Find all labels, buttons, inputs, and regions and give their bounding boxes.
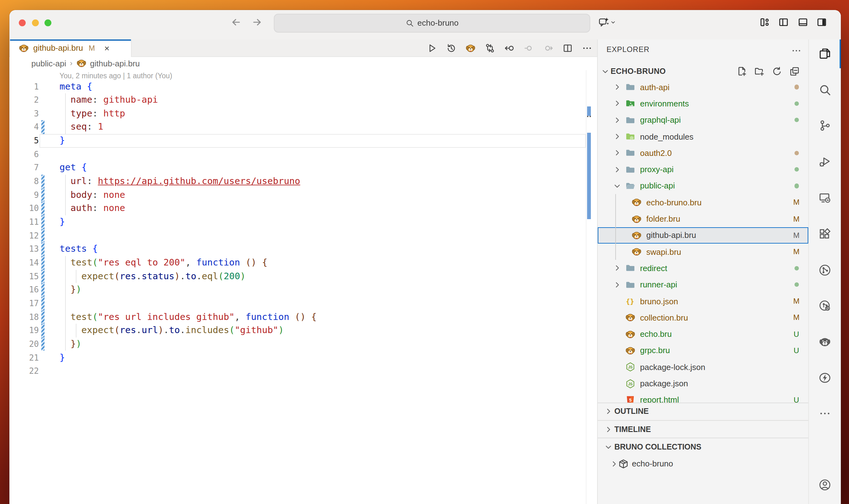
chevron-right-icon[interactable] (609, 460, 618, 468)
chevron-right-icon[interactable] (612, 131, 621, 142)
traffic-zoom-button[interactable] (45, 19, 51, 26)
code-editor[interactable]: You, 2 minutes ago | 1 author (You) 1met… (10, 70, 597, 504)
git-modified-gutter-mark[interactable] (41, 338, 45, 351)
activity-run-and-debug-button[interactable] (809, 147, 841, 176)
git-modified-gutter-mark[interactable] (41, 242, 45, 256)
breadcrumb-file[interactable]: github-api.bru (90, 58, 140, 68)
new-folder-button[interactable] (755, 66, 764, 76)
git-modified-gutter-mark[interactable] (41, 297, 45, 310)
code-line-1[interactable]: 1meta { (10, 80, 597, 93)
run-button[interactable] (427, 43, 436, 53)
git-modified-gutter-mark[interactable] (41, 202, 45, 215)
code-line-21[interactable]: 21} (10, 351, 597, 364)
tree-item-folder.bru[interactable]: folder.bruM (597, 211, 808, 227)
chevron-right-icon[interactable] (612, 263, 621, 273)
tree-item-report.html[interactable]: 5report.htmlU (597, 392, 808, 402)
toggle-secondary-sidebar-icon[interactable] (816, 17, 827, 28)
tree-item-grpc.bru[interactable]: grpc.bruU (597, 342, 808, 359)
tree-item-package-lock.json[interactable]: JSpackage-lock.json (597, 359, 808, 375)
new-file-button[interactable] (737, 66, 747, 76)
code-line-16[interactable]: 16 }) (10, 283, 597, 297)
activity-remote-explorer-button[interactable] (809, 183, 841, 212)
traffic-minimize-button[interactable] (32, 19, 38, 26)
pane-header-bruno-collections[interactable]: BRUNO COLLECTIONS (597, 438, 808, 456)
code-line-9[interactable]: 9 body: none (10, 188, 597, 202)
code-line-22[interactable]: 22 (10, 364, 597, 378)
activity-commit-graph-button[interactable] (809, 256, 841, 285)
tab-github-api[interactable]: github-api.bru M × (10, 39, 132, 57)
code-line-8[interactable]: 8 url: https://api.github.com/users/useb… (10, 175, 597, 188)
activity-bruno-button[interactable] (809, 327, 841, 356)
code-line-18[interactable]: 18 test("res url includes github", funct… (10, 310, 597, 324)
code-line-2[interactable]: 2 name: github-api (10, 93, 597, 107)
git-modified-gutter-mark[interactable] (41, 229, 45, 242)
activity-accounts-button[interactable] (809, 470, 841, 499)
activity-search-button[interactable] (809, 75, 841, 104)
toggle-primary-sidebar-icon[interactable] (778, 17, 789, 28)
chevron-down-icon[interactable] (612, 181, 621, 191)
git-modified-gutter-mark[interactable] (41, 256, 45, 270)
git-modified-gutter-mark[interactable] (41, 175, 45, 188)
code-line-10[interactable]: 10 auth: none (10, 202, 597, 215)
nav-forward-button[interactable] (252, 17, 262, 28)
tree-item-echo.bru[interactable]: echo.bruU (597, 326, 808, 342)
activity-explorer-button[interactable] (809, 39, 841, 68)
breadcrumb-folder[interactable]: public-api (31, 58, 66, 68)
code-line-3[interactable]: 3 type: http (10, 107, 597, 121)
bruno-icon[interactable] (465, 43, 475, 53)
explorer-more-actions-button[interactable] (791, 46, 801, 55)
activity-source-control-button[interactable] (809, 111, 841, 140)
tree-item-proxy-api[interactable]: proxy-api (597, 161, 808, 178)
customize-layout-icon[interactable] (759, 17, 770, 28)
chevron-right-icon[interactable] (612, 164, 621, 174)
code-line-17[interactable]: 17 (10, 297, 597, 310)
tree-item-redirect[interactable]: redirect (597, 260, 808, 277)
tree-item-auth-api[interactable]: auth-api (597, 79, 808, 95)
code-line-20[interactable]: 20 }) (10, 338, 597, 351)
activity-additional-views-button[interactable] (809, 399, 841, 428)
code-line-13[interactable]: 13tests { (10, 242, 597, 256)
activity-thunder-client-button[interactable] (809, 363, 841, 392)
collapse-folders-button[interactable] (790, 66, 799, 76)
code-line-7[interactable]: 7get { (10, 161, 597, 175)
git-modified-gutter-mark[interactable] (41, 188, 45, 202)
git-modified-gutter-mark[interactable] (41, 283, 45, 297)
code-line-15[interactable]: 15 expect(res.status).to.eql(200) (10, 270, 597, 283)
code-line-6[interactable]: 6 (10, 148, 597, 161)
chevron-right-icon[interactable] (612, 82, 621, 92)
tree-item-swapi.bru[interactable]: swapi.bruM (597, 244, 808, 260)
tree-item-public-api[interactable]: public-api (597, 178, 808, 194)
chevron-right-icon[interactable] (612, 98, 621, 109)
chevron-right-icon[interactable] (612, 280, 621, 290)
tree-item-bruno.json[interactable]: {}bruno.jsonM (597, 293, 808, 310)
git-modified-gutter-mark[interactable] (41, 215, 45, 229)
code-line-12[interactable]: 12 (10, 229, 597, 242)
git-modified-gutter-mark[interactable] (41, 270, 45, 283)
tree-item-node_modules[interactable]: node_modules (597, 128, 808, 145)
more-actions-button[interactable] (582, 43, 592, 53)
git-blame-annotation[interactable]: You, 2 minutes ago | 1 author (You) (59, 72, 172, 79)
code-line-4[interactable]: 4 seq: 1 (10, 121, 597, 134)
code-line-14[interactable]: 14 test("res eql to 200", function () { (10, 256, 597, 270)
nav-back-button[interactable] (230, 17, 241, 28)
tree-item-oauth2.0[interactable]: oauth2.0 (597, 145, 808, 161)
tab-close-icon[interactable]: × (104, 43, 109, 53)
section-echo-bruno[interactable]: ECHO-BRUNO (597, 64, 808, 78)
split-editor-button[interactable] (562, 43, 572, 53)
git-modified-gutter-mark[interactable] (41, 121, 45, 134)
chevron-right-icon[interactable] (612, 115, 621, 125)
copilot-menu-button[interactable] (599, 17, 617, 28)
activity-graph-search-button[interactable] (809, 291, 841, 320)
tree-item-graphql-api[interactable]: graphql-api (597, 112, 808, 128)
git-modified-gutter-mark[interactable] (41, 324, 45, 337)
pane-header-outline[interactable]: OUTLINE (597, 402, 808, 420)
code-line-11[interactable]: 11} (10, 215, 597, 229)
tree-item-environments[interactable]: environments (597, 95, 808, 112)
pane-header-timeline[interactable]: TIMELINE (597, 420, 808, 438)
collection-item-echo-bruno[interactable]: echo-bruno (597, 455, 808, 472)
tree-item-github-api.bru[interactable]: github-api.bruM (597, 227, 808, 244)
code-line-19[interactable]: 19 expect(res.url).to.includes("github") (10, 324, 597, 337)
toggle-panel-icon[interactable] (797, 17, 808, 28)
refresh-explorer-button[interactable] (772, 66, 782, 76)
command-center-search[interactable]: echo-bruno (274, 14, 590, 32)
